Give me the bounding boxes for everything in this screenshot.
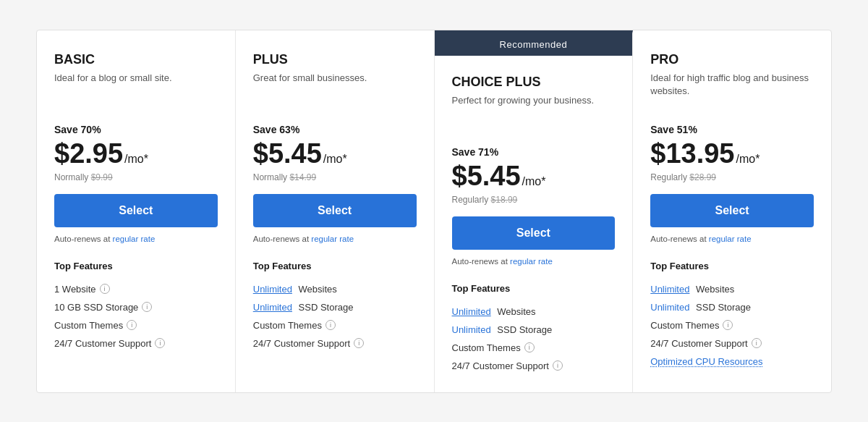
feature-item-plus-0: Unlimited Websites <box>253 280 417 298</box>
recommended-badge: Recommended <box>435 33 633 56</box>
feature-item-pro-3: 24/7 Customer Support i <box>650 334 814 353</box>
plan-desc-pro: Ideal for high traffic blog and business… <box>650 72 814 109</box>
auto-renew-plus: Auto-renews at regular rate <box>253 235 417 243</box>
plan-col-choice_plus: RecommendedCHOICE PLUSPerfect for growin… <box>435 30 634 392</box>
save-label-plus: Save 63% <box>253 124 417 135</box>
price-choice_plus: $5.45 <box>452 161 521 192</box>
info-icon-choice_plus-3: i <box>553 360 563 371</box>
info-icon-pro-2: i <box>723 320 733 330</box>
select-button-plus[interactable]: Select <box>253 194 417 227</box>
info-icon-basic-2: i <box>127 320 137 330</box>
feature-prefix-pro-1: Unlimited <box>650 302 689 313</box>
price-pro: $13.95 <box>650 138 734 169</box>
price-row-basic: $2.95 /mo* <box>54 138 218 169</box>
feature-item-pro-1: Unlimited SSD Storage <box>650 298 814 316</box>
select-button-basic[interactable]: Select <box>54 194 218 227</box>
price-suffix-basic: /mo* <box>124 153 148 166</box>
price-suffix-choice_plus: /mo* <box>522 175 546 188</box>
plan-col-pro: PROIdeal for high traffic blog and busin… <box>633 30 831 392</box>
plan-desc-basic: Ideal for a blog or small site. <box>54 72 218 109</box>
features-title-basic: Top Features <box>54 261 218 271</box>
select-button-pro[interactable]: Select <box>650 194 814 227</box>
feature-item-choice_plus-1: Unlimited SSD Storage <box>452 321 616 339</box>
plan-name-plus: PLUS <box>253 52 417 67</box>
select-button-choice_plus[interactable]: Select <box>452 216 616 250</box>
normal-price-plus: Normally $14.99 <box>253 172 417 182</box>
feature-item-choice_plus-2: Custom Themes i <box>452 339 616 357</box>
save-label-pro: Save 51% <box>650 124 814 135</box>
plan-col-basic: BASICIdeal for a blog or small site.Save… <box>37 30 236 392</box>
info-icon-basic-1: i <box>142 302 152 312</box>
optimized-link-pro[interactable]: Optimized CPU Resources <box>650 353 814 371</box>
features-title-pro: Top Features <box>650 261 814 271</box>
price-suffix-plus: /mo* <box>323 153 347 166</box>
info-icon-basic-3: i <box>155 338 165 348</box>
regular-rate-link-pro[interactable]: regular rate <box>709 235 752 243</box>
normal-price-choice_plus: Regularly $18.99 <box>452 195 616 205</box>
plan-desc-choice_plus: Perfect for growing your business. <box>452 94 616 132</box>
feature-item-plus-3: 24/7 Customer Support i <box>253 334 417 353</box>
save-label-basic: Save 70% <box>54 124 218 135</box>
price-suffix-pro: /mo* <box>736 153 760 166</box>
feature-prefix-choice_plus-1: Unlimited <box>452 324 491 335</box>
feature-item-pro-2: Custom Themes i <box>650 316 814 334</box>
info-icon-plus-2: i <box>326 320 336 330</box>
feature-link-choice_plus-0[interactable]: Unlimited <box>452 306 491 317</box>
regular-rate-link-choice_plus[interactable]: regular rate <box>510 257 553 266</box>
feature-link-plus-1[interactable]: Unlimited <box>253 302 292 313</box>
feature-item-basic-0: 1 Website i <box>54 280 218 298</box>
normal-price-basic: Normally $9.99 <box>54 172 218 182</box>
price-plus: $5.45 <box>253 138 322 169</box>
info-icon-basic-0: i <box>100 284 110 294</box>
features-title-choice_plus: Top Features <box>452 283 616 294</box>
regular-rate-link-plus[interactable]: regular rate <box>311 235 354 243</box>
feature-item-choice_plus-0: Unlimited Websites <box>452 303 616 321</box>
pricing-table: BASICIdeal for a blog or small site.Save… <box>36 30 832 393</box>
features-title-plus: Top Features <box>253 261 417 271</box>
feature-item-plus-2: Custom Themes i <box>253 316 417 334</box>
plan-name-basic: BASIC <box>54 52 218 67</box>
auto-renew-choice_plus: Auto-renews at regular rate <box>452 257 616 266</box>
plan-name-choice_plus: CHOICE PLUS <box>452 75 616 90</box>
plan-name-pro: PRO <box>650 52 814 67</box>
auto-renew-pro: Auto-renews at regular rate <box>650 235 814 243</box>
auto-renew-basic: Auto-renews at regular rate <box>54 235 218 243</box>
info-icon-pro-3: i <box>752 338 762 348</box>
feature-item-basic-1: 10 GB SSD Storage i <box>54 298 218 316</box>
feature-link-pro-0[interactable]: Unlimited <box>650 284 689 295</box>
feature-item-basic-3: 24/7 Customer Support i <box>54 334 218 353</box>
info-icon-choice_plus-2: i <box>524 342 535 353</box>
feature-item-choice_plus-3: 24/7 Customer Support i <box>452 357 616 375</box>
price-basic: $2.95 <box>54 138 123 169</box>
save-label-choice_plus: Save 71% <box>452 146 616 158</box>
feature-item-pro-0: Unlimited Websites <box>650 280 814 298</box>
price-row-pro: $13.95 /mo* <box>650 138 814 169</box>
regular-rate-link-basic[interactable]: regular rate <box>113 235 156 243</box>
feature-item-basic-2: Custom Themes i <box>54 316 218 334</box>
price-row-choice_plus: $5.45 /mo* <box>452 161 616 192</box>
plan-col-plus: PLUSGreat for small businesses.Save 63% … <box>236 30 435 392</box>
feature-item-plus-1: Unlimited SSD Storage <box>253 298 417 316</box>
plan-desc-plus: Great for small businesses. <box>253 72 417 109</box>
info-icon-plus-3: i <box>354 338 364 348</box>
normal-price-pro: Regularly $28.99 <box>650 172 814 182</box>
feature-link-plus-0[interactable]: Unlimited <box>253 284 292 295</box>
price-row-plus: $5.45 /mo* <box>253 138 417 169</box>
